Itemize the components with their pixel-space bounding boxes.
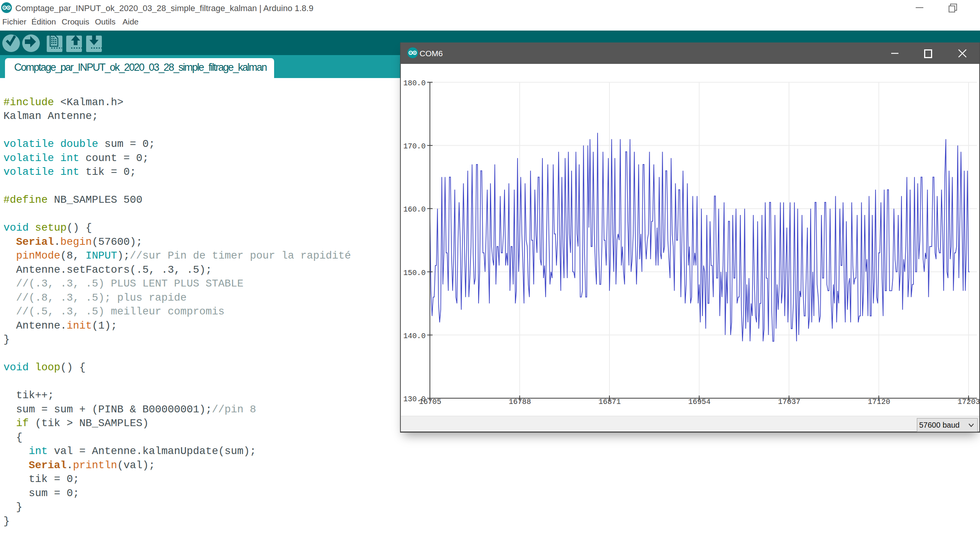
svg-text:17120: 17120	[868, 398, 890, 406]
svg-text:150.0: 150.0	[403, 269, 426, 277]
svg-text:180.0: 180.0	[403, 79, 426, 88]
svg-text:16788: 16788	[509, 398, 531, 406]
svg-text:17203: 17203	[957, 398, 980, 406]
svg-text:140.0: 140.0	[403, 332, 426, 340]
svg-text:160.0: 160.0	[403, 205, 426, 214]
svg-text:17037: 17037	[778, 398, 800, 406]
svg-text:16871: 16871	[598, 398, 621, 406]
svg-text:16705: 16705	[419, 398, 441, 406]
svg-text:170.0: 170.0	[403, 142, 426, 151]
svg-text:16954: 16954	[688, 398, 711, 406]
